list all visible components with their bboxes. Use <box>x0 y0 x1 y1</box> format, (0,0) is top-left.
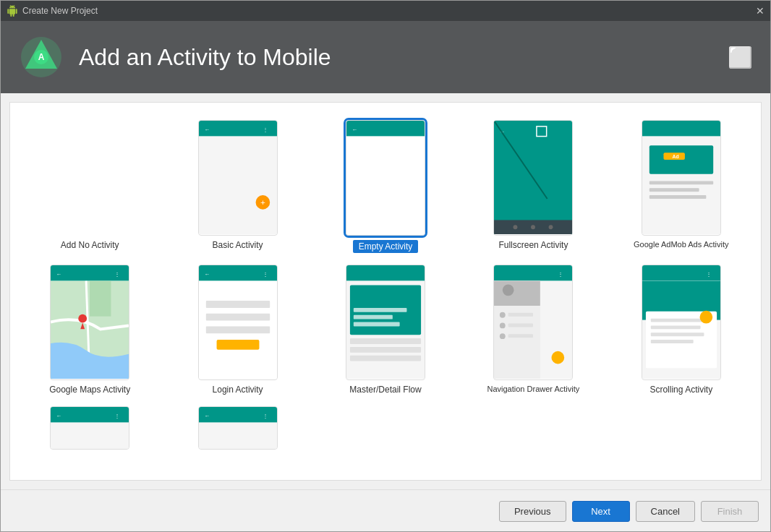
svg-text:←: ← <box>204 126 210 133</box>
header-icons: ⬜ <box>728 46 753 69</box>
svg-text:←: ← <box>56 271 62 278</box>
svg-point-17 <box>514 225 518 229</box>
partial2-thumb: ← ⋮ <box>198 406 278 450</box>
svg-rect-11 <box>346 137 425 234</box>
svg-text:←: ← <box>204 271 210 278</box>
svg-rect-32 <box>90 281 111 317</box>
svg-rect-70 <box>651 325 701 329</box>
activity-item-scrolling[interactable]: ⋮ Scrolling Activity <box>608 259 755 400</box>
activity-item-basic[interactable]: ← ⋮ + Basic Activity <box>163 114 311 259</box>
svg-rect-72 <box>651 340 694 343</box>
close-button[interactable]: ✕ <box>756 6 764 16</box>
svg-point-73 <box>699 311 712 324</box>
activity-label-basic: Basic Activity <box>213 240 263 250</box>
svg-text:⋮: ⋮ <box>263 413 268 419</box>
svg-text:⋮: ⋮ <box>115 271 121 278</box>
svg-text:←: ← <box>352 126 358 133</box>
activity-item-partial2[interactable]: ← ⋮ <box>163 400 311 455</box>
svg-text:Ad: Ad <box>672 154 678 159</box>
previous-button[interactable]: Previous <box>499 501 566 522</box>
activity-label-admob: Google AdMob Ads Activity <box>634 240 728 249</box>
activity-item-maps[interactable]: ← ⋮ Google Maps Activity <box>16 259 163 400</box>
activity-item-no-activity[interactable]: Add No Activity <box>16 114 163 259</box>
svg-rect-26 <box>649 188 699 192</box>
svg-text:+: + <box>260 197 265 207</box>
svg-rect-58 <box>508 313 533 317</box>
svg-text:←: ← <box>204 413 210 419</box>
svg-rect-20 <box>642 121 720 137</box>
activity-label-no-activity: Add No Activity <box>61 240 119 250</box>
activity-grid-container: Add No Activity ← ⋮ + Basic Activity <box>9 102 762 481</box>
svg-rect-69 <box>651 319 708 322</box>
svg-rect-45 <box>354 308 407 312</box>
activity-label-master-detail: Master/Detail Flow <box>349 385 421 395</box>
svg-rect-38 <box>205 301 269 308</box>
nav-drawer-thumb: ⋮ <box>493 265 573 380</box>
svg-point-33 <box>78 314 87 323</box>
finish-button[interactable]: Finish <box>701 501 759 522</box>
svg-rect-60 <box>508 324 533 327</box>
svg-rect-49 <box>350 347 421 353</box>
maps-activity-thumb: ← ⋮ <box>50 265 129 380</box>
svg-rect-81 <box>199 423 277 450</box>
title-bar-text: Create New Project <box>22 6 98 16</box>
svg-point-57 <box>500 312 506 318</box>
svg-rect-42 <box>346 265 425 281</box>
activity-item-login[interactable]: ← ⋮ Login Activity <box>163 259 311 400</box>
header-title: Add an Activity to Mobile <box>79 44 331 71</box>
svg-rect-47 <box>354 322 400 327</box>
activity-item-nav-drawer[interactable]: ⋮ <box>459 259 607 400</box>
svg-rect-48 <box>350 338 421 344</box>
master-detail-thumb <box>346 265 425 380</box>
svg-rect-46 <box>354 315 393 319</box>
activity-label-nav-drawer: Navigation Drawer Activity <box>487 385 580 393</box>
no-activity-thumb <box>50 120 129 236</box>
svg-rect-25 <box>649 181 713 184</box>
device-icon: ⬜ <box>728 46 753 69</box>
activity-item-fullscreen[interactable]: ← Fullscreen Activity <box>459 114 607 259</box>
activity-item-empty[interactable]: ← Empty Activity <box>312 114 459 259</box>
activity-label-maps: Google Maps Activity <box>49 385 130 395</box>
title-bar: Create New Project ✕ <box>1 1 770 21</box>
svg-text:⋮: ⋮ <box>558 271 564 278</box>
svg-point-59 <box>500 323 506 329</box>
svg-text:⋮: ⋮ <box>263 271 268 278</box>
activity-grid: Add No Activity ← ⋮ + Basic Activity <box>10 103 761 467</box>
svg-point-56 <box>503 285 514 296</box>
svg-rect-77 <box>51 423 129 450</box>
svg-text:⋮: ⋮ <box>115 413 121 419</box>
activity-item-master-detail[interactable]: Master/Detail Flow <box>312 259 459 400</box>
activity-label-scrolling: Scrolling Activity <box>649 385 712 395</box>
activity-label-empty: Empty Activity <box>353 240 419 253</box>
footer: Previous Next Cancel Finish <box>1 489 770 532</box>
svg-rect-9 <box>346 121 425 137</box>
admob-activity-thumb: Ad <box>642 120 721 236</box>
activity-label-login: Login Activity <box>213 385 263 395</box>
title-bar-left: Create New Project <box>7 5 98 17</box>
next-button[interactable]: Next <box>572 501 630 522</box>
login-activity-thumb: ← ⋮ <box>198 265 278 380</box>
basic-activity-thumb: ← ⋮ + <box>198 120 278 236</box>
svg-point-63 <box>552 351 565 364</box>
svg-rect-62 <box>508 334 533 338</box>
activity-label-fullscreen: Fullscreen Activity <box>498 240 568 250</box>
partial1-thumb: ← ⋮ <box>50 406 129 450</box>
svg-text:←: ← <box>56 413 62 419</box>
svg-rect-39 <box>205 314 269 321</box>
activity-item-admob[interactable]: Ad Google AdMob Ads Activity <box>608 114 755 259</box>
cancel-button[interactable]: Cancel <box>636 501 695 522</box>
svg-point-61 <box>500 333 506 339</box>
svg-rect-71 <box>651 332 704 336</box>
svg-point-19 <box>549 225 553 229</box>
svg-rect-27 <box>649 195 707 199</box>
empty-activity-thumb: ← <box>346 120 425 236</box>
svg-rect-40 <box>205 326 269 333</box>
svg-rect-41 <box>216 340 259 350</box>
svg-point-18 <box>531 225 535 229</box>
svg-rect-6 <box>199 137 277 234</box>
fullscreen-activity-thumb: ← <box>493 120 573 236</box>
svg-text:A: A <box>38 52 45 62</box>
activity-item-partial1[interactable]: ← ⋮ <box>16 400 163 455</box>
header: A Add an Activity to Mobile ⬜ <box>1 21 770 93</box>
svg-text:⋮: ⋮ <box>263 126 268 133</box>
